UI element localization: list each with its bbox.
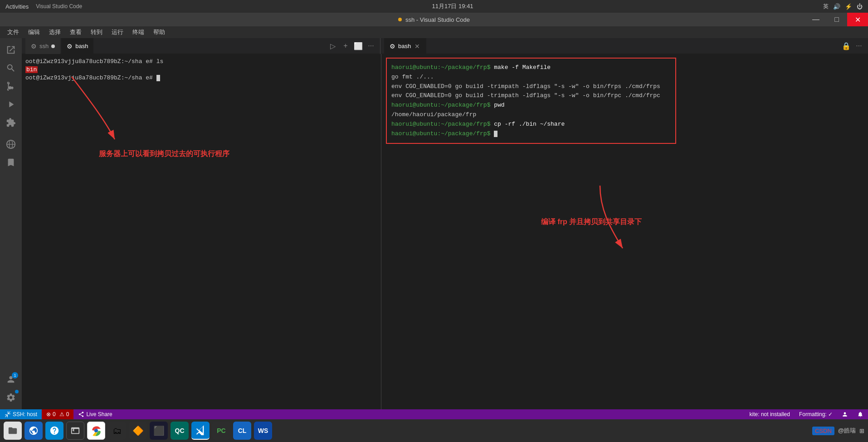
- tab-bash-left-label: bash: [75, 43, 88, 49]
- taskbar-files-icon[interactable]: [4, 422, 22, 440]
- more-button[interactable]: ···: [366, 40, 376, 51]
- activity-explorer[interactable]: [3, 42, 19, 58]
- activity-remote[interactable]: [3, 136, 19, 152]
- taskbar-webstorm-icon[interactable]: WS: [254, 422, 272, 440]
- status-bar: SSH: host ⊗ 0 ⚠ 0 Live Share kite: not i…: [0, 409, 868, 419]
- tab-bash-right-close[interactable]: ✕: [414, 43, 421, 50]
- live-share-label: Live Share: [86, 411, 112, 417]
- taskbar-browser-icon[interactable]: [24, 422, 43, 440]
- remote-icon: [5, 411, 11, 417]
- taskbar-help-icon[interactable]: [45, 422, 63, 440]
- tab-ssh-icon: ⚙: [31, 43, 37, 50]
- close-button[interactable]: ✕: [847, 13, 868, 26]
- live-share-icon: [78, 411, 84, 417]
- csdn-label: CSDN: [812, 427, 834, 435]
- menu-terminal[interactable]: 终端: [129, 27, 148, 37]
- taskbar-terminal-icon[interactable]: [66, 422, 84, 440]
- taskbar-clion-icon[interactable]: CL: [233, 422, 251, 440]
- tab-bash-left-icon: ⚙: [67, 43, 73, 50]
- taskbar-vscode-icon[interactable]: [191, 422, 210, 440]
- highlighted-bin: bin: [25, 66, 38, 73]
- apps-grid-button[interactable]: ⊞: [859, 427, 864, 434]
- taskbar-pycharm-icon[interactable]: PC: [212, 422, 230, 440]
- notification-status[interactable]: [853, 409, 868, 419]
- tab-bash-right-icon: ⚙: [390, 43, 395, 50]
- system-bar: Activities Visual Studio Code 11月17日 19:…: [0, 0, 868, 13]
- taskbar: 🗂 🔶 ⬛ QC PC CL WS CSDN @皓瑞 ⊞: [0, 419, 868, 442]
- svg-point-5: [94, 429, 98, 432]
- tab-bash-left[interactable]: ⚙ bash: [61, 38, 93, 54]
- power-icon[interactable]: ⏻: [857, 3, 863, 10]
- sound-icon[interactable]: 🔊: [833, 3, 840, 10]
- activity-extensions[interactable]: [3, 114, 19, 131]
- taskbar-right-text: @皓瑞: [838, 427, 856, 435]
- menu-file[interactable]: 文件: [4, 27, 23, 37]
- remote-label: SSH: host: [13, 411, 37, 417]
- left-line-2: bin: [25, 66, 376, 74]
- taskbar-vlc-icon[interactable]: 🔶: [129, 422, 147, 440]
- activity-account[interactable]: [3, 371, 19, 388]
- activity-search[interactable]: [3, 60, 19, 76]
- right-line-6: /home/haorui/package/frp: [391, 110, 671, 120]
- warning-label: 0: [66, 411, 69, 417]
- right-line-5: haorui@ubuntu:~/package/frp$ pwd: [391, 101, 671, 110]
- maximize-button[interactable]: □: [826, 13, 847, 26]
- menu-edit[interactable]: 编辑: [24, 27, 44, 37]
- activities-label[interactable]: Activities: [5, 3, 29, 10]
- battery-icon[interactable]: ⚡: [845, 3, 852, 10]
- right-line-4: env CGO_ENABLED=0 go build -trimpath -ld…: [391, 91, 671, 101]
- remote-indicator[interactable]: SSH: host: [0, 409, 42, 419]
- left-line-1: oot@iZwz913vjju8a78ucb789bZ:~/sha e# ls: [25, 58, 376, 66]
- modified-dot: [398, 18, 402, 21]
- window-title: ssh - Visual Studio Code: [405, 16, 470, 23]
- tab-bash-right[interactable]: ⚙ bash ✕: [384, 38, 426, 54]
- terminal-right-panel[interactable]: haorui@ubuntu:~/package/frp$ make -f Mak…: [382, 54, 868, 409]
- menu-select[interactable]: 选择: [45, 27, 64, 37]
- lock-button[interactable]: 🔒: [841, 40, 852, 51]
- menu-view[interactable]: 查看: [66, 27, 85, 37]
- menu-run[interactable]: 运行: [108, 27, 127, 37]
- live-share-status[interactable]: Live Share: [73, 409, 117, 419]
- split-button[interactable]: +: [340, 40, 351, 51]
- terminal-content: oot@iZwz913vjju8a78ucb789bZ:~/sha e# ls …: [22, 54, 868, 409]
- activity-settings[interactable]: [3, 389, 19, 406]
- right-more-button[interactable]: ···: [853, 40, 864, 51]
- error-label: 0: [53, 411, 56, 417]
- app-name-label: Visual Studio Code: [36, 3, 82, 10]
- taskbar-chrome-icon[interactable]: [87, 422, 105, 440]
- datetime-label: 11月17日 19:41: [432, 2, 473, 10]
- lang-icon[interactable]: 英: [823, 3, 829, 10]
- right-line-7: haorui@ubuntu:~/package/frp$ cp -rf ./bi…: [391, 120, 671, 129]
- kite-label: kite: not installed: [750, 411, 790, 417]
- warning-icon: ⚠: [59, 411, 64, 417]
- error-icon: ⊗: [46, 411, 51, 417]
- menu-goto[interactable]: 转到: [87, 27, 106, 37]
- taskbar-obs-icon[interactable]: ⬛: [150, 422, 168, 440]
- tab-bash-right-label: bash: [398, 43, 411, 49]
- terminal-tab-bar: ⚙ ssh ⚙ bash ▷ + ⬜ ··· ⚙: [22, 38, 868, 54]
- run-button[interactable]: ▷: [327, 40, 338, 51]
- right-line-2: go fmt ./...: [391, 73, 671, 82]
- title-bar: ssh - Visual Studio Code — □ ✕: [0, 13, 868, 26]
- tab-ssh[interactable]: ⚙ ssh: [25, 38, 60, 54]
- taskbar-filezilla-icon[interactable]: 🗂: [108, 422, 126, 440]
- panel-button[interactable]: ⬜: [353, 40, 364, 51]
- menu-help[interactable]: 帮助: [150, 27, 169, 37]
- kite-status[interactable]: kite: not installed: [745, 409, 795, 419]
- activity-bar: [0, 38, 22, 409]
- activity-scm[interactable]: [3, 78, 19, 94]
- terminal-bordered-box: haorui@ubuntu:~/package/frp$ make -f Mak…: [386, 58, 676, 144]
- right-line-8: haorui@ubuntu:~/package/frp$: [391, 129, 671, 139]
- formatting-status[interactable]: Formatting: ✓: [795, 409, 837, 419]
- activity-run[interactable]: [3, 96, 19, 113]
- user-status[interactable]: [837, 409, 853, 419]
- terminal-left-panel[interactable]: oot@iZwz913vjju8a78ucb789bZ:~/sha e# ls …: [22, 54, 380, 409]
- activity-bookmark[interactable]: [3, 154, 19, 171]
- minimize-button[interactable]: —: [805, 13, 826, 26]
- taskbar-qc-icon[interactable]: QC: [171, 422, 189, 440]
- tab-ssh-label: ssh: [39, 43, 49, 49]
- right-annotation: 编译 frp 并且拷贝到共享目录下: [541, 217, 642, 227]
- content-area: ⚙ ssh ⚙ bash ▷ + ⬜ ··· ⚙: [22, 38, 868, 409]
- right-line-3: env CGO_ENABLED=0 go build -trimpath -ld…: [391, 82, 671, 92]
- error-count[interactable]: ⊗ 0 ⚠ 0: [42, 409, 73, 419]
